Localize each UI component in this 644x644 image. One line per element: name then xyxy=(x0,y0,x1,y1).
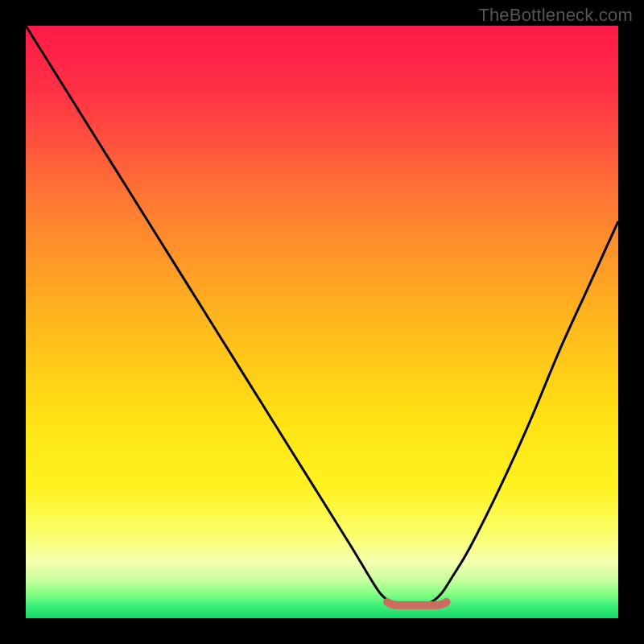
bottleneck-curve xyxy=(26,26,618,605)
watermark-text: TheBottleneck.com xyxy=(478,5,633,26)
optimal-flat-segment xyxy=(387,602,447,605)
curve-layer xyxy=(26,26,618,618)
chart-frame: TheBottleneck.com xyxy=(0,0,644,644)
plot-area xyxy=(26,26,618,618)
